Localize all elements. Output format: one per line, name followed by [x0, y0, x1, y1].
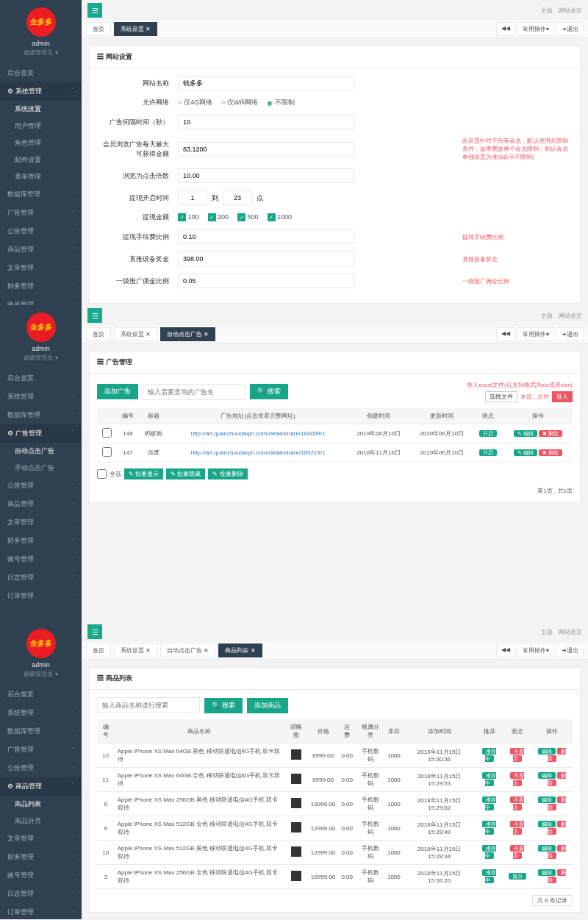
nav-item[interactable]: 公告管理‹: [0, 759, 82, 777]
edit-button[interactable]: 编辑: [538, 821, 556, 827]
add-product-button[interactable]: 添加商品: [247, 698, 288, 713]
nav-item[interactable]: 订单管理‹: [0, 903, 82, 919]
nav-item[interactable]: 账号管理‹: [0, 550, 82, 568]
nav-sub[interactable]: 邮件设置: [0, 151, 82, 168]
tab-exit[interactable]: ➜退出: [556, 22, 584, 36]
delete-button[interactable]: ✖ 删除: [539, 449, 562, 456]
batch-hide-button[interactable]: ✎ 批量隐藏: [166, 468, 205, 479]
nav-item[interactable]: 公告管理‹: [0, 477, 82, 495]
edit-button[interactable]: ✎ 编辑: [514, 430, 537, 437]
state-badge[interactable]: 不显示: [510, 845, 524, 859]
add-ad-button[interactable]: 添加广告: [97, 384, 138, 399]
radio-option[interactable]: ○ 仅4G网络: [178, 98, 212, 107]
nav-item[interactable]: ⚙ 商品管理˅: [0, 777, 82, 796]
nav-sub[interactable]: 商品列表: [0, 796, 82, 813]
nav-item[interactable]: 数据库管理‹: [0, 406, 82, 424]
checkbox-option[interactable]: ✓ 100: [178, 213, 199, 222]
select-all-checkbox[interactable]: [97, 469, 107, 479]
checkbox-option[interactable]: ✓ 500: [237, 213, 259, 222]
nav-item[interactable]: 订单管理‹: [0, 587, 82, 605]
ad-url-link[interactable]: http://art.quanzhoudaqin.com/detail/shar…: [191, 430, 326, 437]
form-input[interactable]: [178, 142, 354, 157]
nav-sub[interactable]: 系统设置: [0, 101, 82, 118]
user-role[interactable]: 超级管理员 ▾: [0, 49, 82, 57]
tab-products[interactable]: 商品列表 ✕: [218, 643, 262, 657]
nav-item[interactable]: 商品管理‹: [0, 495, 82, 513]
edit-button[interactable]: 编辑: [538, 869, 556, 876]
nav-sub[interactable]: 角色管理: [0, 135, 82, 151]
recommend-badge[interactable]: 推荐中: [482, 845, 496, 859]
edit-button[interactable]: 编辑: [538, 796, 556, 803]
nav-item[interactable]: ⚙ 系统管理˅: [0, 82, 82, 101]
edit-button[interactable]: 编辑: [538, 748, 556, 755]
form-input[interactable]: [178, 76, 354, 90]
nav-item[interactable]: 文章管理‹: [0, 830, 82, 848]
status-badge[interactable]: 开启: [479, 449, 497, 456]
nav-item[interactable]: 数据库管理‹: [0, 722, 82, 741]
nav-item[interactable]: 财务管理‹: [0, 532, 82, 550]
tab-home[interactable]: 首页: [86, 643, 111, 657]
theme-link[interactable]: 主题: [541, 7, 553, 14]
state-badge[interactable]: 不显示: [510, 772, 524, 786]
nav-item[interactable]: 文章管理‹: [0, 259, 82, 277]
nav-item[interactable]: ⚙ 广告管理˅: [0, 424, 82, 443]
state-badge[interactable]: 不显示: [510, 748, 524, 762]
ad-url-link[interactable]: http://art.quanzhoudaqin.com/detail/shar…: [191, 449, 326, 456]
form-input[interactable]: [178, 252, 354, 266]
nav-item[interactable]: 系统管理‹: [0, 704, 82, 722]
tab-home[interactable]: 首页: [86, 327, 111, 341]
state-badge[interactable]: 不显示: [510, 796, 524, 810]
recommend-badge[interactable]: 推荐中: [482, 796, 496, 810]
home-link[interactable]: 网站首页: [559, 629, 582, 635]
nav-item[interactable]: 广告管理‹: [0, 741, 82, 759]
recommend-badge[interactable]: 推荐中: [482, 869, 496, 883]
search-input[interactable]: [97, 697, 200, 713]
tab-home[interactable]: 首页: [86, 22, 111, 36]
edit-button[interactable]: 编辑: [538, 772, 556, 779]
nav-item[interactable]: 数据库管理‹: [0, 185, 82, 204]
tab-ads[interactable]: 自动点击广告 ✕: [160, 327, 215, 341]
nav-item[interactable]: 日志管理‹: [0, 568, 82, 587]
batch-delete-button[interactable]: ✎ 批量删除: [208, 468, 247, 479]
tab-settings[interactable]: 系统设置 ✕: [114, 22, 157, 36]
search-button[interactable]: 🔍 搜索: [204, 698, 243, 713]
nav-item[interactable]: 财务管理‹: [0, 277, 82, 296]
nav-sub[interactable]: 用户管理: [0, 118, 82, 135]
import-button[interactable]: 导入: [552, 391, 573, 402]
form-input[interactable]: [178, 229, 354, 244]
home-link[interactable]: 网站首页: [559, 313, 582, 319]
user-role[interactable]: 超级管理员 ▾: [0, 354, 82, 362]
theme-link[interactable]: 主题: [541, 629, 553, 635]
nav-sub[interactable]: 商品分类: [0, 813, 82, 830]
nav-item[interactable]: 文章管理‹: [0, 513, 82, 532]
status-badge[interactable]: 开启: [479, 430, 497, 437]
search-input[interactable]: [143, 384, 245, 400]
nav-sub[interactable]: 菜单管理: [0, 168, 82, 185]
hamburger-icon[interactable]: ☰: [87, 308, 102, 323]
hamburger-icon[interactable]: ☰: [87, 3, 102, 18]
recommend-badge[interactable]: 推荐中: [482, 821, 496, 835]
home-link[interactable]: 网站首页: [559, 7, 582, 14]
nav-item[interactable]: 系统管理‹: [0, 388, 82, 406]
nav-item[interactable]: 后台首页: [0, 369, 82, 388]
state-badge[interactable]: 不显示: [510, 821, 524, 835]
recommend-badge[interactable]: 推荐中: [482, 772, 496, 786]
nav-item[interactable]: 财务管理‹: [0, 848, 82, 866]
nav-sub[interactable]: 手动点击广告: [0, 460, 82, 477]
nav-item[interactable]: 广告管理‹: [0, 204, 82, 222]
tab-ops[interactable]: 常用操作▾: [517, 22, 554, 36]
hamburger-icon[interactable]: ☰: [87, 624, 102, 639]
tab-prev[interactable]: ◀◀: [496, 22, 515, 36]
edit-button[interactable]: ✎ 编辑: [514, 449, 537, 456]
tab-settings[interactable]: 系统设置 ✕: [114, 327, 157, 341]
batch-show-button[interactable]: ✎ 批量显示: [124, 468, 163, 479]
choose-file-button[interactable]: 选择文件: [485, 391, 517, 402]
nav-item[interactable]: 公告管理‹: [0, 222, 82, 240]
nav-item[interactable]: 商品管理‹: [0, 240, 82, 259]
form-input[interactable]: [178, 115, 354, 129]
user-role[interactable]: 超级管理员 ▾: [0, 670, 82, 678]
nav-sub[interactable]: 自动点击广告: [0, 443, 82, 460]
nav-item[interactable]: 日志管理‹: [0, 885, 82, 903]
radio-option[interactable]: ◉ 不限制: [267, 98, 295, 107]
nav-item[interactable]: 账号管理‹: [0, 866, 82, 885]
